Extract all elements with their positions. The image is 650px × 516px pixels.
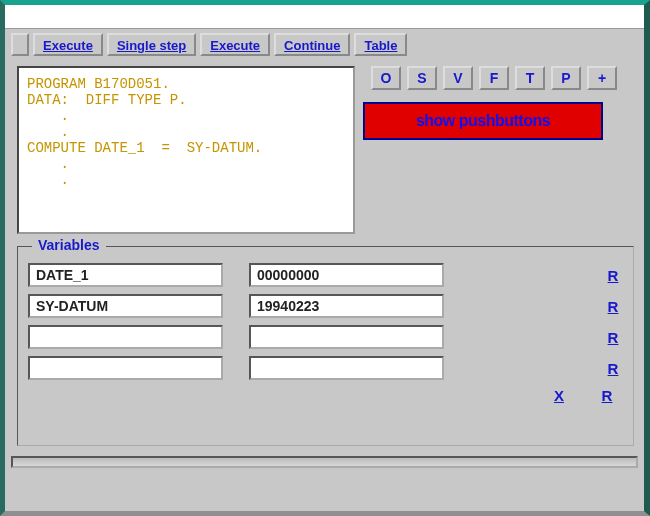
right-column: O S V F T P + show pushbuttons: [363, 66, 634, 234]
status-bar: [11, 456, 638, 468]
plus-button[interactable]: +: [587, 66, 617, 90]
variable-row: R: [28, 356, 623, 380]
o-button[interactable]: O: [371, 66, 401, 90]
var-value-field[interactable]: [249, 325, 444, 349]
show-pushbuttons-panel[interactable]: show pushbuttons: [363, 102, 603, 140]
single-step-button[interactable]: Single step: [107, 33, 196, 56]
title-bar: [5, 5, 644, 29]
var-name-field[interactable]: [28, 325, 223, 349]
execute-button-2[interactable]: Execute: [200, 33, 270, 56]
debugger-window: Execute Single step Execute Continue Tab…: [0, 0, 650, 516]
f-button[interactable]: F: [479, 66, 509, 90]
s-button[interactable]: S: [407, 66, 437, 90]
variables-group: Variables DATE_1 00000000 R SY-DATUM 199…: [17, 246, 634, 446]
continue-button[interactable]: Continue: [274, 33, 350, 56]
content-area: PROGRAM B170D051. DATA: DIFF TYPE P. . .…: [5, 62, 644, 238]
execute-button-1[interactable]: Execute: [33, 33, 103, 56]
variables-footer: X R: [28, 387, 623, 404]
var-name-field[interactable]: [28, 356, 223, 380]
var-value-field[interactable]: [249, 356, 444, 380]
source-code-panel[interactable]: PROGRAM B170D051. DATA: DIFF TYPE P. . .…: [17, 66, 355, 234]
var-value-field[interactable]: 19940223: [249, 294, 444, 318]
r-link[interactable]: R: [603, 298, 623, 315]
variables-legend: Variables: [32, 237, 106, 253]
table-button[interactable]: Table: [354, 33, 407, 56]
variable-row: DATE_1 00000000 R: [28, 263, 623, 287]
view-buttons-row: O S V F T P +: [363, 66, 634, 90]
toolbar: Execute Single step Execute Continue Tab…: [5, 29, 644, 62]
r-link[interactable]: R: [603, 267, 623, 284]
r-link[interactable]: R: [603, 329, 623, 346]
variable-row: R: [28, 325, 623, 349]
v-button[interactable]: V: [443, 66, 473, 90]
p-button[interactable]: P: [551, 66, 581, 90]
r-link[interactable]: R: [597, 387, 617, 404]
t-button[interactable]: T: [515, 66, 545, 90]
run-icon-button[interactable]: [11, 33, 29, 56]
var-value-field[interactable]: 00000000: [249, 263, 444, 287]
r-link[interactable]: R: [603, 360, 623, 377]
x-link[interactable]: X: [549, 387, 569, 404]
variable-row: SY-DATUM 19940223 R: [28, 294, 623, 318]
var-name-field[interactable]: SY-DATUM: [28, 294, 223, 318]
var-name-field[interactable]: DATE_1: [28, 263, 223, 287]
